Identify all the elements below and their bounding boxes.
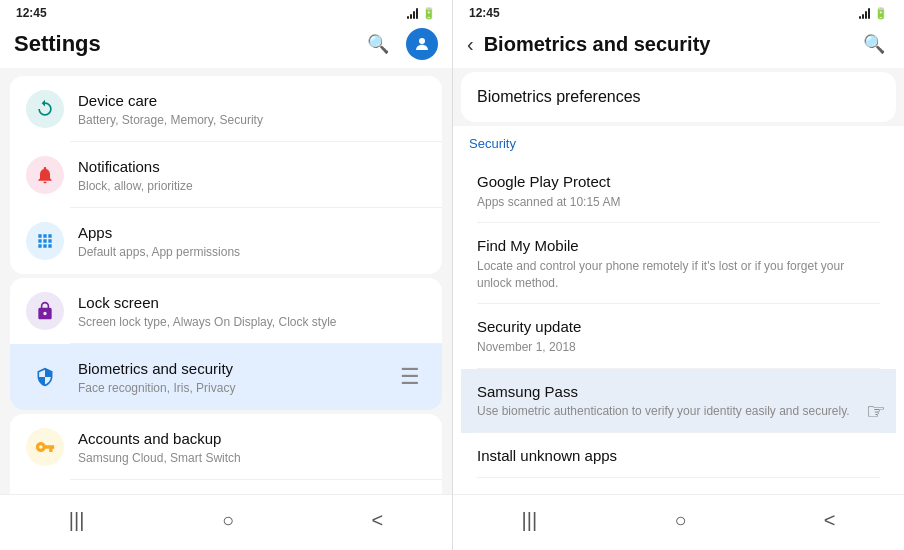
settings-list: Device care Battery, Storage, Memory, Se… — [0, 68, 452, 494]
accounts-subtitle: Samsung Cloud, Smart Switch — [78, 451, 426, 465]
find-my-mobile-sub: Locate and control your phone remotely i… — [477, 258, 880, 292]
battery-icon-right: 🔋 — [874, 7, 888, 20]
bio-item-samsung-pass[interactable]: Samsung Pass Use biometric authenticatio… — [461, 369, 896, 433]
device-care-subtitle: Battery, Storage, Memory, Security — [78, 113, 426, 127]
security-section-label: Security — [453, 126, 904, 155]
search-button-right[interactable]: 🔍 — [858, 28, 890, 60]
settings-item-notifications[interactable]: Notifications Block, allow, prioritize — [10, 142, 442, 208]
bottom-nav-right: ||| ○ < — [453, 494, 904, 550]
account-avatar[interactable] — [406, 28, 438, 60]
apps-icon — [26, 222, 64, 260]
settings-item-device-care[interactable]: Device care Battery, Storage, Memory, Se… — [10, 76, 442, 142]
google-play-sub: Apps scanned at 10:15 AM — [477, 194, 880, 211]
nav-menu-left[interactable]: ||| — [49, 505, 105, 536]
back-button[interactable]: ‹ — [467, 33, 474, 56]
nav-back-left[interactable]: < — [352, 505, 404, 536]
page-title-right: Biometrics and security — [484, 33, 858, 56]
accounts-icon — [26, 428, 64, 466]
biometrics-icon — [26, 358, 64, 396]
lock-screen-subtitle: Screen lock type, Always On Display, Clo… — [78, 315, 426, 329]
settings-item-google[interactable]: G Google Google settings — [10, 480, 442, 494]
biometrics-title: Biometrics and security — [78, 359, 394, 379]
settings-item-lock-screen[interactable]: Lock screen Screen lock type, Always On … — [10, 278, 442, 344]
biometrics-pref-card: Biometrics preferences — [461, 72, 896, 122]
settings-item-accounts[interactable]: Accounts and backup Samsung Cloud, Smart… — [10, 414, 442, 480]
biometrics-subtitle: Face recognition, Iris, Privacy — [78, 381, 394, 395]
status-bar-right: 12:45 🔋 — [453, 0, 904, 24]
settings-card-3: Accounts and backup Samsung Cloud, Smart… — [10, 414, 442, 494]
apps-subtitle: Default apps, App permissions — [78, 245, 426, 259]
device-care-title: Device care — [78, 91, 426, 111]
biometrics-pref-title: Biometrics preferences — [477, 88, 641, 105]
nav-home-right[interactable]: ○ — [654, 505, 706, 536]
right-phone: 12:45 🔋 ‹ Biometrics and security 🔍 Biom… — [452, 0, 904, 550]
apps-text: Apps Default apps, App permissions — [78, 223, 426, 259]
samsung-pass-title: Samsung Pass — [477, 382, 880, 402]
left-phone: 12:45 🔋 Settings 🔍 Device care — [0, 0, 452, 550]
ripple-icon-left: ☰ — [394, 361, 426, 393]
settings-item-biometrics[interactable]: Biometrics and security Face recognition… — [10, 344, 442, 410]
nav-menu-right[interactable]: ||| — [502, 505, 558, 536]
notifications-title: Notifications — [78, 157, 426, 177]
notifications-subtitle: Block, allow, prioritize — [78, 179, 426, 193]
security-section: Security Google Play Protect Apps scanne… — [453, 126, 904, 494]
status-time-right: 12:45 — [469, 6, 500, 20]
lock-screen-text: Lock screen Screen lock type, Always On … — [78, 293, 426, 329]
search-button-left[interactable]: 🔍 — [362, 28, 394, 60]
status-icons-left: 🔋 — [407, 7, 436, 20]
settings-card-2: Lock screen Screen lock type, Always On … — [10, 278, 442, 410]
security-update-title: Security update — [477, 317, 880, 337]
notifications-icon — [26, 156, 64, 194]
biometrics-text: Biometrics and security Face recognition… — [78, 359, 394, 395]
status-bar-left: 12:45 🔋 — [0, 0, 452, 24]
lock-screen-title: Lock screen — [78, 293, 426, 313]
battery-icon-left: 🔋 — [422, 7, 436, 20]
apps-title: Apps — [78, 223, 426, 243]
lock-screen-icon — [26, 292, 64, 330]
bottom-nav-left: ||| ○ < — [0, 494, 452, 550]
security-card: Google Play Protect Apps scanned at 10:1… — [461, 159, 896, 494]
cursor-hand-right: ☞ — [866, 399, 886, 425]
find-my-mobile-title: Find My Mobile — [477, 236, 880, 256]
settings-item-apps[interactable]: Apps Default apps, App permissions — [10, 208, 442, 274]
biometrics-pref-item[interactable]: Biometrics preferences — [461, 72, 896, 122]
accounts-title: Accounts and backup — [78, 429, 426, 449]
google-play-title: Google Play Protect — [477, 172, 880, 192]
bio-item-google-play[interactable]: Google Play Protect Apps scanned at 10:1… — [461, 159, 896, 223]
device-care-text: Device care Battery, Storage, Memory, Se… — [78, 91, 426, 127]
notifications-text: Notifications Block, allow, prioritize — [78, 157, 426, 193]
accounts-text: Accounts and backup Samsung Cloud, Smart… — [78, 429, 426, 465]
settings-card-1: Device care Battery, Storage, Memory, Se… — [10, 76, 442, 274]
top-bar-right: ‹ Biometrics and security 🔍 — [453, 24, 904, 68]
security-update-sub: November 1, 2018 — [477, 339, 880, 356]
nav-home-left[interactable]: ○ — [202, 505, 254, 536]
secure-folder-title: Secure Folder — [477, 491, 880, 494]
device-care-icon — [26, 90, 64, 128]
signal-icon-right — [859, 7, 870, 19]
bio-item-secure-folder[interactable]: Secure Folder Keep your personal files a… — [461, 478, 896, 494]
status-time-left: 12:45 — [16, 6, 47, 20]
page-title-left: Settings — [14, 31, 362, 57]
status-icons-right: 🔋 — [859, 7, 888, 20]
top-bar-left: Settings 🔍 — [0, 24, 452, 68]
svg-point-0 — [419, 38, 425, 44]
nav-back-right[interactable]: < — [804, 505, 856, 536]
top-bar-icons-left: 🔍 — [362, 28, 438, 60]
install-unknown-title: Install unknown apps — [477, 446, 880, 466]
signal-icon-left — [407, 7, 418, 19]
bio-item-install-unknown[interactable]: Install unknown apps — [461, 433, 896, 479]
biometrics-list: Biometrics preferences Security Google P… — [453, 68, 904, 494]
bio-item-find-my-mobile[interactable]: Find My Mobile Locate and control your p… — [461, 223, 896, 304]
samsung-pass-sub: Use biometric authentication to verify y… — [477, 403, 880, 420]
bio-item-security-update[interactable]: Security update November 1, 2018 — [461, 304, 896, 368]
